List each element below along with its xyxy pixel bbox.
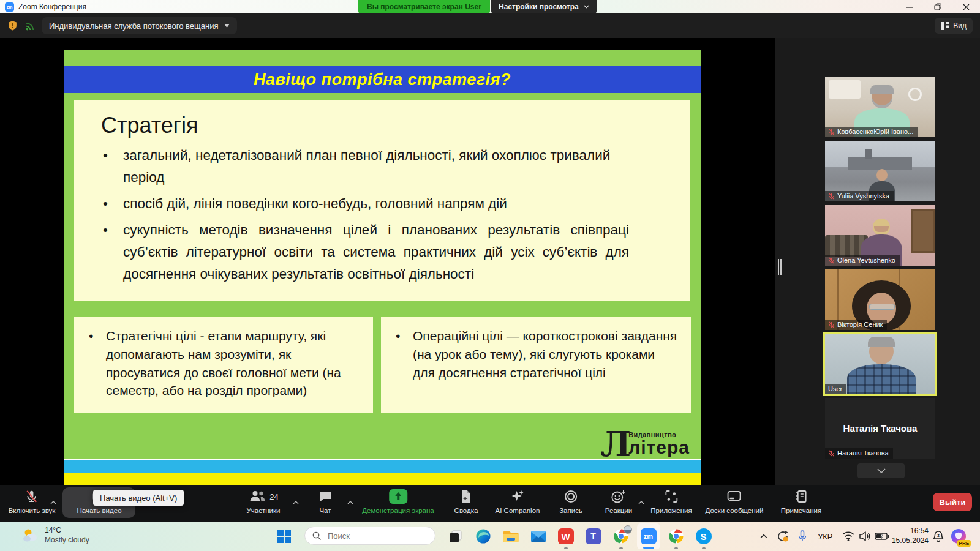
whiteboards-label: Доски сообщений bbox=[706, 507, 764, 514]
taskbar-search[interactable] bbox=[304, 527, 435, 545]
chrome-button[interactable] bbox=[662, 524, 690, 549]
muted-mic-icon bbox=[25, 489, 39, 504]
teams-button[interactable]: T bbox=[579, 524, 607, 549]
participants-scroll-down-button[interactable] bbox=[858, 463, 905, 478]
meeting-header-bar: Индивидуальная служба потокового вещания… bbox=[0, 13, 980, 38]
audio-options-chevron[interactable] bbox=[50, 496, 56, 507]
chat-button[interactable]: Чат bbox=[318, 489, 332, 514]
view-settings-dropdown[interactable]: Настройки просмотра bbox=[491, 0, 597, 13]
streaming-service-label: Индивидуальная служба потокового вещания bbox=[49, 21, 218, 31]
slide-bullet: загальний, недеталізований план певної д… bbox=[101, 144, 629, 189]
participant-tile[interactable]: Вікторія Сеник bbox=[825, 269, 935, 330]
file-explorer-button[interactable] bbox=[497, 524, 524, 549]
participant-name: Olena Yevtushenko bbox=[837, 257, 895, 264]
reactions-options-chevron[interactable] bbox=[638, 496, 644, 507]
slide-right-box-text: Операційні цілі — короткострокові завдан… bbox=[393, 327, 680, 381]
tray-time: 16:54 bbox=[892, 527, 929, 536]
muted-mic-icon bbox=[828, 450, 835, 457]
person-silhouette bbox=[847, 364, 916, 394]
publisher-logo: Л Видавництво літера bbox=[601, 431, 690, 457]
participant-tile[interactable]: КовбасенкоЮрій Івано... bbox=[825, 77, 935, 137]
share-screen-button[interactable]: Демонстрация экрана bbox=[362, 489, 434, 514]
apps-button[interactable]: Приложения bbox=[650, 489, 692, 514]
leave-button[interactable]: Выйти bbox=[933, 493, 972, 511]
reactions-smiley-icon bbox=[611, 489, 626, 504]
view-layout-button[interactable]: Вид bbox=[935, 18, 973, 34]
close-button[interactable] bbox=[952, 0, 980, 13]
reactions-button[interactable]: Реакции bbox=[605, 489, 632, 514]
apps-label: Приложения bbox=[650, 507, 692, 514]
sync-update-icon[interactable] bbox=[776, 522, 790, 551]
participant-name: Yuliia Vyshnytska bbox=[837, 192, 889, 200]
tray-overflow-chevron[interactable] bbox=[760, 522, 767, 551]
running-indicator bbox=[674, 547, 678, 549]
ai-sparkle-icon bbox=[510, 489, 525, 504]
language-code: УКР bbox=[818, 532, 833, 541]
chat-bubble-icon bbox=[318, 489, 332, 504]
chat-options-chevron[interactable] bbox=[347, 496, 353, 507]
caret-down-icon bbox=[224, 24, 230, 28]
participant-name: Наталія Ткачова bbox=[837, 449, 889, 457]
participants-options-chevron[interactable] bbox=[293, 496, 299, 507]
slide-left-box: Стратегічні цілі - етапи маршруту, які д… bbox=[74, 317, 373, 413]
participant-name: Вікторія Сеник bbox=[837, 321, 883, 328]
start-button[interactable] bbox=[277, 529, 292, 546]
skype-button[interactable]: S bbox=[690, 524, 717, 549]
window-title-bar: zm Zoom Конференция Вы просматриваете эк… bbox=[0, 0, 980, 13]
unmute-button[interactable]: Включить звук bbox=[9, 489, 56, 514]
whiteboards-button[interactable]: Доски сообщений bbox=[706, 489, 764, 514]
security-shield-icon[interactable] bbox=[7, 20, 18, 31]
search-input[interactable] bbox=[326, 531, 421, 541]
running-indicator bbox=[619, 547, 623, 549]
participant-tile[interactable]: Olena Yevtushenko bbox=[825, 205, 935, 266]
participants-count: 24 bbox=[270, 492, 278, 501]
clock-widget[interactable]: 16:54 15.05.2024 bbox=[892, 527, 929, 545]
skype-icon: S bbox=[696, 528, 712, 544]
tray-date: 15.05.2024 bbox=[892, 536, 929, 546]
tray-mic-icon[interactable] bbox=[798, 522, 807, 551]
ai-companion-button[interactable]: AI Companion bbox=[496, 489, 540, 514]
participant-tile[interactable]: Yuliia Vyshnytska bbox=[825, 141, 935, 201]
participant-tile-novideo[interactable]: Наталія Ткачова Наталія Ткачова bbox=[825, 398, 935, 459]
screen-watch-badge: Вы просматриваете экран User bbox=[358, 0, 490, 13]
edge-icon bbox=[475, 528, 491, 544]
view-settings-label: Настройки просмотра bbox=[499, 2, 579, 11]
language-indicator[interactable]: УКР bbox=[818, 522, 833, 551]
muted-mic-icon bbox=[828, 193, 835, 200]
slide-blue-stripe bbox=[64, 459, 701, 473]
restore-button[interactable] bbox=[924, 0, 952, 13]
copilot-button[interactable]: PRE bbox=[950, 528, 967, 545]
presentation-slide: Навіщо потрібна стратегія? Стратегія заг… bbox=[64, 50, 701, 485]
volume-icon[interactable] bbox=[859, 522, 871, 551]
apps-icon bbox=[665, 489, 678, 504]
wifi-icon[interactable] bbox=[842, 522, 854, 551]
zoom-toolbar: Включить звук Начать видео Начать видео … bbox=[0, 485, 980, 522]
participant-name-tag: КовбасенкоЮрій Івано... bbox=[825, 127, 918, 137]
start-video-tooltip: Начать видео (Alt+V) bbox=[93, 490, 184, 506]
minimize-button[interactable] bbox=[895, 0, 924, 13]
wps-office-button[interactable]: W bbox=[552, 524, 579, 549]
share-screen-icon bbox=[389, 489, 407, 504]
battery-icon[interactable] bbox=[875, 522, 889, 551]
summary-button[interactable]: Сводка bbox=[454, 489, 478, 514]
participant-tile-active[interactable]: User bbox=[823, 332, 937, 396]
task-view-button[interactable] bbox=[442, 524, 469, 549]
streaming-service-dropdown[interactable]: Индивидуальная служба потокового вещания bbox=[42, 17, 237, 34]
person-silhouette bbox=[876, 169, 888, 181]
participants-icon: 24 bbox=[248, 489, 278, 504]
record-button[interactable]: Запись bbox=[559, 489, 582, 514]
chrome-profile-button[interactable] bbox=[607, 524, 635, 549]
participant-name: КовбасенкоЮрій Івано... bbox=[837, 128, 913, 135]
wps-icon: W bbox=[558, 528, 574, 544]
weather-widget[interactable]: 14°C Mostly cloudy bbox=[22, 526, 89, 545]
participants-button[interactable]: 24 Участники bbox=[247, 489, 281, 514]
zoom-taskbar-button[interactable]: zm bbox=[635, 524, 662, 549]
task-view-icon bbox=[448, 529, 463, 544]
window-controls bbox=[895, 0, 980, 13]
notes-button[interactable]: Примечания bbox=[781, 489, 821, 514]
panel-resize-handle[interactable] bbox=[778, 259, 782, 275]
video-scene bbox=[908, 88, 922, 101]
mail-button[interactable] bbox=[524, 524, 552, 549]
edge-button[interactable] bbox=[469, 524, 497, 549]
notification-bell-icon[interactable]: z bbox=[933, 522, 944, 551]
